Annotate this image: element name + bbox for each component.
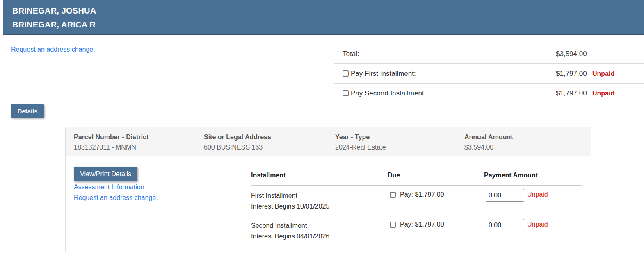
pay-second-installment-label: Pay Second Installment:: [351, 89, 426, 98]
interest-begins-note: Interest Begins 10/01/2025: [251, 201, 329, 212]
site-address-column: Site or Legal Address 600 BUSINESS 163: [204, 132, 271, 153]
first-installment-name-cell: First Installment Interest Begins 10/01/…: [251, 190, 329, 212]
year-type-column: Year - Type 2024-Real Estate: [335, 132, 386, 153]
parcel-details-panel: Parcel Number - District 1831327011 - MN…: [65, 127, 591, 252]
payment-summary: Total: $3,594.00 Pay First Installment: …: [334, 44, 644, 103]
tax-payment-page: BRINEGAR, JOSHUA BRINEGAR, ARICA R Reque…: [0, 0, 644, 254]
pay-first-installment-checkbox[interactable]: [343, 70, 349, 77]
parcel-details-body: View/Print Details Assessment Informatio…: [66, 156, 591, 253]
second-row-pay-amount: Pay: $1,797.00: [400, 221, 444, 228]
address-change-link[interactable]: Request an address change.: [11, 46, 95, 53]
installment-column-header: Installment: [251, 172, 285, 179]
address-change-link-panel[interactable]: Request an address change.: [74, 194, 158, 202]
page-left-border: [3, 0, 3, 254]
site-address-value: 600 BUSINESS 163: [204, 142, 271, 153]
parcel-number-value: 1831327011 - MNMN: [74, 142, 148, 153]
taxpayer-header: BRINEGAR, JOSHUA BRINEGAR, ARICA R: [3, 0, 644, 35]
installments-table: Installment Due Payment Amount First Ins…: [251, 156, 582, 247]
annual-amount-value: $3,594.00: [464, 142, 513, 153]
view-print-details-button[interactable]: View/Print Details: [74, 167, 137, 181]
annual-amount-label: Annual Amount: [464, 132, 513, 142]
first-installment-summary-row: Pay First Installment: $1,797.00 Unpaid: [334, 64, 644, 84]
interest-begins-note: Interest Begins 04/01/2026: [251, 231, 329, 242]
second-row-pay-checkbox[interactable]: [390, 222, 396, 228]
first-row-pay-checkbox[interactable]: [390, 192, 396, 198]
second-installment-name-cell: Second Installment Interest Begins 04/01…: [251, 220, 329, 242]
annual-amount-column: Annual Amount $3,594.00: [464, 132, 513, 153]
year-type-label: Year - Type: [335, 132, 386, 142]
second-installment-summary-row: Pay Second Installment: $1,797.00 Unpaid: [334, 84, 644, 103]
first-row-status-badge: Unpaid: [527, 191, 548, 198]
installment-name: Second Installment: [251, 220, 329, 231]
parcel-number-label: Parcel Number - District: [74, 132, 148, 142]
first-installment-status-badge: Unpaid: [592, 70, 614, 77]
first-row-pay-amount: Pay: $1,797.00: [400, 191, 444, 198]
site-address-label: Site or Legal Address: [204, 132, 271, 142]
installment-row-second: Second Installment Interest Begins 04/01…: [251, 215, 582, 247]
second-installment-status-badge: Unpaid: [592, 90, 614, 97]
installment-row-first: First Installment Interest Begins 10/01/…: [251, 186, 582, 215]
installment-name: First Installment: [251, 190, 329, 201]
first-installment-amount: $1,797.00: [556, 70, 587, 78]
second-installment-payment-input[interactable]: [486, 219, 524, 231]
pay-second-installment-checkbox[interactable]: [343, 90, 349, 96]
installments-table-header: Installment Due Payment Amount: [251, 156, 582, 186]
year-type-value: 2024-Real Estate: [335, 142, 386, 153]
assessment-information-link[interactable]: Assessment Information: [74, 184, 144, 191]
first-installment-payment-input[interactable]: [486, 189, 524, 202]
second-row-status-badge: Unpaid: [527, 221, 548, 228]
parcel-summary-header: Parcel Number - District 1831327011 - MN…: [66, 127, 591, 156]
details-button[interactable]: Details: [11, 104, 44, 118]
pay-first-installment-label: Pay First Installment:: [351, 70, 416, 78]
taxpayer-name-secondary: BRINEGAR, ARICA R: [12, 18, 644, 32]
payment-amount-column-header: Payment Amount: [484, 172, 538, 179]
total-row: Total: $3,594.00: [334, 44, 644, 64]
total-label: Total:: [343, 50, 359, 58]
taxpayer-name-primary: BRINEGAR, JOSHUA: [12, 4, 644, 18]
parcel-number-column: Parcel Number - District 1831327011 - MN…: [74, 132, 148, 153]
second-installment-amount: $1,797.00: [556, 89, 587, 98]
total-amount: $3,594.00: [556, 50, 587, 58]
due-column-header: Due: [388, 172, 400, 179]
